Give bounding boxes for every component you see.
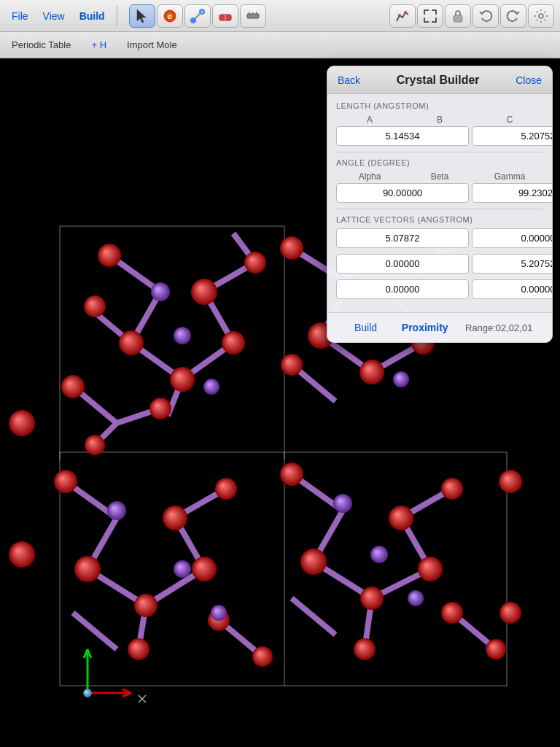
angle-col-alpha: Alpha <box>336 171 403 182</box>
lattice-r1c1-input[interactable] <box>336 228 469 248</box>
angle-col-beta: Beta <box>406 171 473 182</box>
length-b-input[interactable] <box>472 126 553 146</box>
redo-tool[interactable] <box>500 4 526 28</box>
length-col-a: A <box>336 115 403 125</box>
graph-tool[interactable] <box>389 4 416 28</box>
file-menu[interactable]: File <box>6 7 34 25</box>
svg-point-17 <box>539 14 543 18</box>
select-tool[interactable] <box>129 4 155 28</box>
erase-tool[interactable] <box>212 4 238 28</box>
panel-body: LENGTH (ANGSTROM) A B C ANGLE (DEGREE) A… <box>327 94 552 312</box>
atom-tool[interactable]: C <box>157 4 183 28</box>
svg-text:+: + <box>201 9 203 15</box>
angle-section-label: ANGLE (DEGREE) <box>336 158 543 167</box>
right-tool-group <box>389 4 554 28</box>
length-a-input[interactable] <box>336 126 469 146</box>
lattice-row-1 <box>336 228 543 248</box>
measure-tool[interactable] <box>240 4 266 28</box>
lattice-r3c1-input[interactable] <box>336 279 469 299</box>
panel-header: Back Crystal Builder Close <box>327 66 552 94</box>
build-menu[interactable]: Build <box>74 7 111 25</box>
periodic-table-btn[interactable]: Periodic Table <box>9 38 74 52</box>
lattice-r1c2-input[interactable] <box>472 228 553 248</box>
angle-col-gamma: Gamma <box>476 171 543 182</box>
panel-title: Crystal Builder <box>397 74 480 87</box>
svg-text:C: C <box>168 14 172 20</box>
proximity-button[interactable]: Proximity <box>395 319 454 336</box>
lattice-r2c2-input[interactable] <box>472 254 553 274</box>
svg-rect-16 <box>454 15 462 22</box>
divider-2 <box>336 209 543 209</box>
length-col-c: C <box>476 115 543 125</box>
length-col-b: B <box>406 115 473 125</box>
expand-tool[interactable] <box>417 4 443 28</box>
lattice-r2c1-input[interactable] <box>336 254 469 274</box>
lattice-r3c2-input[interactable] <box>472 279 553 299</box>
bond-tool[interactable]: + <box>184 4 211 28</box>
svg-marker-0 <box>137 9 146 23</box>
angle-input-row <box>336 183 543 203</box>
angle-beta-input[interactable] <box>472 183 553 203</box>
close-button[interactable]: Close <box>516 74 542 86</box>
secondary-toolbar: Periodic Table + H Import Mole <box>0 32 560 58</box>
length-col-headers: A B C <box>336 115 543 125</box>
main-toolbar: File View Build C + <box>0 0 560 32</box>
divider-1 <box>336 152 543 152</box>
undo-tool[interactable] <box>472 4 499 28</box>
length-input-row <box>336 126 543 146</box>
main-content: Back Crystal Builder Close LENGTH (ANGST… <box>0 58 560 747</box>
separator-1 <box>117 6 117 26</box>
back-button[interactable]: Back <box>338 74 360 86</box>
lattice-row-2 <box>336 254 543 274</box>
lattice-section-label: LATTICE VECTORS (ANGSTROM) <box>336 215 543 224</box>
lock-tool[interactable] <box>445 4 471 28</box>
svg-point-14 <box>398 14 401 17</box>
build-button[interactable]: Build <box>336 319 395 336</box>
panel-footer: Build Proximity Range:02,02,01 <box>327 312 552 342</box>
svg-rect-10 <box>247 14 259 18</box>
length-section-label: LENGTH (ANGSTROM) <box>336 101 543 110</box>
angle-alpha-input[interactable] <box>336 183 469 203</box>
lattice-row-3 <box>336 279 543 299</box>
crystal-panel: Back Crystal Builder Close LENGTH (ANGST… <box>327 66 553 343</box>
angle-col-headers: Alpha Beta Gamma <box>336 171 543 182</box>
import-molecule-btn[interactable]: Import Mole <box>124 38 180 52</box>
svg-point-15 <box>404 11 407 14</box>
view-menu[interactable]: View <box>37 7 71 25</box>
range-label: Range:02,02,01 <box>454 322 543 333</box>
svg-line-6 <box>195 13 201 19</box>
add-hydrogen-btn[interactable]: + H <box>88 38 109 52</box>
tool-group: C + <box>129 4 266 28</box>
settings-tool[interactable] <box>528 4 554 28</box>
